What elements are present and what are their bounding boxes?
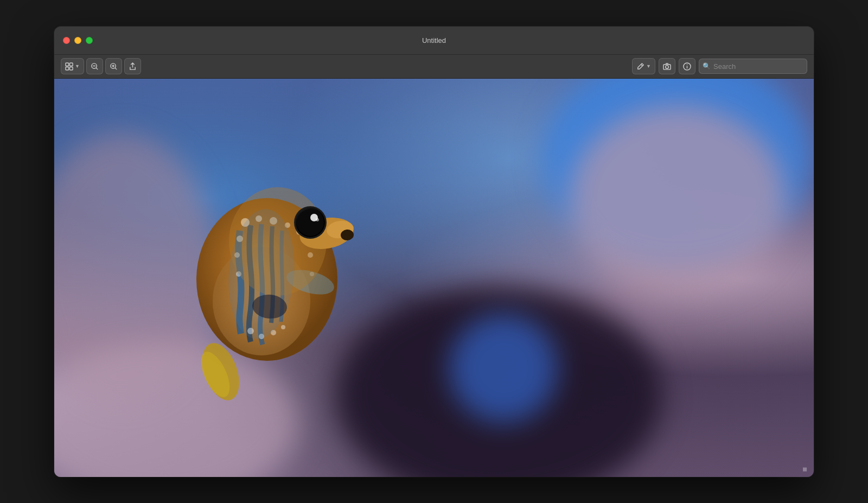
camera-icon: [663, 62, 671, 71]
info-icon: [683, 62, 691, 71]
window-title: Untitled: [422, 36, 446, 44]
minimize-button[interactable]: [74, 37, 81, 44]
pen-icon: [636, 62, 644, 71]
screenshot-button[interactable]: [659, 58, 675, 74]
fish-svg: [153, 138, 359, 410]
titlebar: Untitled: [54, 27, 814, 55]
info-button[interactable]: [679, 58, 695, 74]
share-icon: [129, 62, 137, 71]
svg-line-5: [96, 67, 98, 69]
maximize-button[interactable]: [86, 37, 93, 44]
toolbar-right: ▼ 🔍: [632, 58, 807, 74]
search-input[interactable]: [699, 59, 807, 74]
edit-tool-button[interactable]: ▼: [632, 58, 655, 74]
svg-rect-1: [69, 62, 73, 66]
svg-point-43: [297, 209, 324, 236]
view-toggle-button[interactable]: ▼: [61, 58, 84, 74]
search-wrapper: 🔍: [699, 59, 807, 74]
fish-illustration: [153, 138, 359, 410]
svg-point-35: [281, 325, 285, 329]
svg-rect-2: [66, 67, 69, 70]
fish-scene: ◼: [54, 79, 814, 477]
image-area: ◼: [54, 79, 814, 477]
scroll-indicator: ◼: [802, 466, 807, 473]
svg-point-16: [687, 64, 688, 65]
grid-icon: [65, 62, 73, 71]
svg-point-13: [666, 65, 669, 68]
edit-dropdown-arrow-icon: ▼: [646, 63, 651, 69]
main-window: Untitled ▼: [54, 27, 814, 477]
dropdown-arrow-icon: ▼: [75, 63, 80, 69]
svg-line-11: [641, 64, 643, 66]
blob-blue-center: [449, 314, 558, 423]
svg-point-45: [316, 218, 319, 221]
blob-pink-right: [570, 106, 787, 296]
svg-rect-3: [69, 67, 73, 70]
toolbar-left: ▼: [61, 58, 630, 74]
zoom-in-icon: [110, 62, 118, 71]
svg-line-8: [115, 67, 117, 69]
close-button[interactable]: [63, 37, 70, 44]
svg-rect-0: [66, 62, 69, 66]
zoom-out-icon: [91, 62, 99, 71]
toolbar: ▼: [54, 55, 814, 79]
share-button[interactable]: [124, 58, 141, 74]
zoom-in-button[interactable]: [105, 58, 122, 74]
traffic-lights: [63, 37, 93, 44]
zoom-out-button[interactable]: [86, 58, 103, 74]
